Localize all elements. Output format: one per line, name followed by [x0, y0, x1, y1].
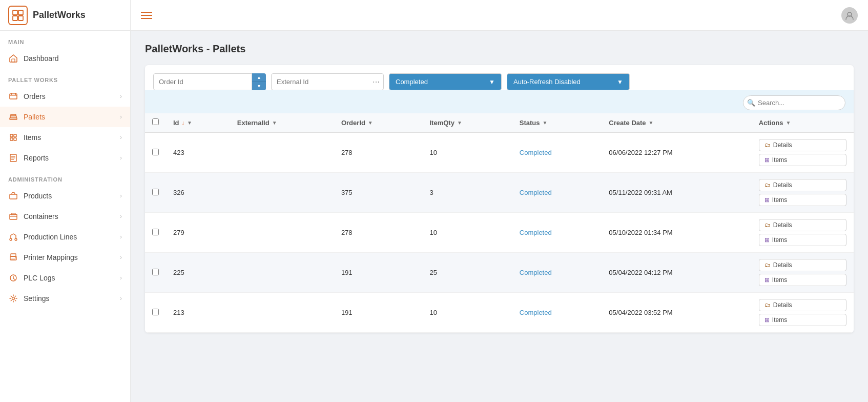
details-button[interactable]: 🗂 Details: [759, 259, 846, 271]
row-order-id: 191: [334, 253, 423, 293]
sidebar-item-items[interactable]: Items ›: [0, 127, 130, 148]
sidebar-item-settings-label: Settings: [24, 294, 50, 303]
details-icon: 🗂: [764, 302, 771, 309]
svg-rect-1: [18, 10, 23, 15]
row-create-date: 05/04/2022 03:52 PM: [602, 293, 752, 333]
order-id-filter-wrap: ▲ ▼: [153, 73, 266, 90]
table-header-row: Id ↓ ▼ ExternalId ▼: [145, 113, 854, 132]
sidebar-item-dashboard[interactable]: Dashboard: [0, 48, 130, 69]
sidebar-item-pallets-label: Pallets: [24, 113, 45, 121]
sidebar-item-pallets[interactable]: Pallets ›: [0, 107, 130, 127]
details-button[interactable]: 🗂 Details: [759, 139, 846, 151]
settings-icon: [8, 293, 18, 304]
chevron-right-icon-pallets: ›: [120, 113, 122, 120]
app-name: PalletWorks: [33, 10, 86, 21]
pallets-table-card: ▲ ▼ ⋯ Completed ▼ Auto-Refresh Disabled …: [145, 65, 854, 333]
row-checkbox[interactable]: [152, 269, 159, 275]
table-row: 225 191 25 Completed 05/04/2022 04:12 PM…: [145, 253, 854, 293]
items-button[interactable]: ⊞ Items: [759, 314, 846, 326]
auto-refresh-dropdown-arrow-icon: ▼: [617, 78, 623, 86]
row-id: 326: [166, 173, 230, 213]
details-icon: 🗂: [764, 222, 771, 229]
sidebar-item-containers-label: Containers: [24, 212, 58, 220]
svg-rect-27: [11, 258, 15, 260]
status-dropdown-arrow-icon: ▼: [489, 78, 495, 86]
details-button[interactable]: 🗂 Details: [759, 219, 846, 231]
auto-refresh-dropdown[interactable]: Auto-Refresh Disabled ▼: [507, 73, 630, 90]
items-button[interactable]: ⊞ Items: [759, 154, 846, 166]
order-id-input[interactable]: [153, 73, 266, 90]
row-id: 225: [166, 253, 230, 293]
spin-down-button[interactable]: ▼: [252, 82, 266, 90]
sidebar-item-containers[interactable]: Containers ›: [0, 206, 130, 227]
details-button[interactable]: 🗂 Details: [759, 299, 846, 311]
row-status: Completed: [512, 173, 602, 213]
sidebar-item-settings[interactable]: Settings ›: [0, 288, 130, 309]
th-actions: Actions ▼: [752, 113, 854, 132]
item-qty-filter-icon[interactable]: ▼: [457, 120, 462, 126]
sidebar-item-printer-mappings[interactable]: Printer Mappings ›: [0, 247, 130, 268]
sidebar-item-plc-logs[interactable]: PLC Logs ›: [0, 268, 130, 288]
sidebar-item-plc-logs-label: PLC Logs: [24, 274, 55, 282]
create-date-filter-icon[interactable]: ▼: [649, 120, 654, 126]
external-id-filter-icon[interactable]: ▼: [272, 120, 277, 126]
row-item-qty: 10: [422, 213, 512, 253]
svg-rect-5: [10, 94, 17, 99]
search-bar: 🔍: [145, 90, 854, 113]
sidebar-item-production-lines[interactable]: Production Lines ›: [0, 227, 130, 247]
main-area: PalletWorks - Pallets ▲ ▼ ⋯ Completed: [131, 0, 868, 402]
row-create-date: 05/11/2022 09:31 AM: [602, 173, 752, 213]
chevron-right-icon-settings: ›: [120, 295, 122, 302]
search-input[interactable]: [743, 95, 845, 110]
svg-rect-25: [11, 254, 16, 256]
order-id-filter-icon[interactable]: ▼: [368, 120, 373, 126]
details-icon: 🗂: [764, 262, 771, 269]
row-item-qty: 10: [422, 293, 512, 333]
row-status: Completed: [512, 132, 602, 173]
status-filter-icon[interactable]: ▼: [543, 120, 548, 126]
spin-up-button[interactable]: ▲: [252, 73, 266, 82]
row-checkbox[interactable]: [152, 189, 159, 195]
user-avatar[interactable]: [841, 7, 858, 24]
status-filter-dropdown[interactable]: Completed ▼: [389, 73, 502, 90]
id-sort-icon[interactable]: ↓: [182, 119, 185, 126]
svg-rect-0: [13, 10, 17, 15]
row-order-id: 278: [334, 132, 423, 173]
external-id-input[interactable]: [271, 73, 384, 90]
sidebar-item-products[interactable]: Products ›: [0, 186, 130, 206]
th-external-id: ExternalId ▼: [230, 113, 334, 132]
printer-icon: [8, 252, 18, 263]
select-all-header: [145, 113, 166, 132]
actions-filter-icon[interactable]: ▼: [786, 120, 791, 126]
row-id: 423: [166, 132, 230, 173]
status-filter-label: Completed: [396, 78, 428, 86]
details-icon: 🗂: [764, 142, 771, 149]
row-item-qty: 3: [422, 173, 512, 213]
row-create-date: 05/10/2022 01:34 PM: [602, 213, 752, 253]
row-actions: 🗂 Details ⊞ Items: [752, 253, 854, 293]
sidebar-item-reports-label: Reports: [24, 154, 49, 162]
pallets-icon: [8, 112, 18, 122]
row-external-id: [230, 213, 334, 253]
svg-rect-20: [10, 194, 17, 199]
plc-logs-icon: [8, 273, 18, 283]
sidebar-item-reports[interactable]: Reports ›: [0, 148, 130, 168]
row-checkbox[interactable]: [152, 149, 159, 155]
th-create-date: Create Date ▼: [602, 113, 752, 132]
details-button[interactable]: 🗂 Details: [759, 179, 846, 191]
id-filter-icon[interactable]: ▼: [187, 120, 192, 126]
hamburger-menu-button[interactable]: [141, 12, 152, 19]
select-all-checkbox[interactable]: [152, 118, 159, 125]
sidebar-item-orders-label: Orders: [24, 92, 46, 100]
items-button[interactable]: ⊞ Items: [759, 274, 846, 286]
svg-rect-13: [14, 134, 16, 137]
sidebar-item-orders[interactable]: Orders ›: [0, 86, 130, 107]
row-checkbox[interactable]: [152, 309, 159, 315]
logo-icon: [8, 6, 28, 25]
items-button[interactable]: ⊞ Items: [759, 234, 846, 246]
row-order-id: 375: [334, 173, 423, 213]
items-button[interactable]: ⊞ Items: [759, 194, 846, 206]
row-actions: 🗂 Details ⊞ Items: [752, 173, 854, 213]
row-checkbox[interactable]: [152, 229, 159, 235]
items-btn-icon: ⊞: [764, 316, 770, 324]
